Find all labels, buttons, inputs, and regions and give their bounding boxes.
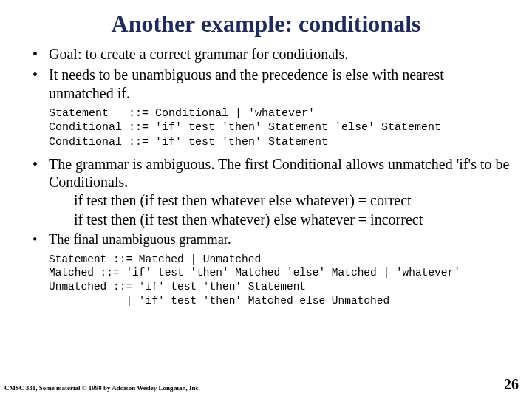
slide-body: Goal: to create a correct grammar for co… (0, 45, 532, 307)
page-number: 26 (504, 376, 519, 393)
footer-credit: CMSC 331, Some material © 1998 by Addiso… (4, 384, 200, 392)
bullet-goal: Goal: to create a correct grammar for co… (33, 45, 510, 63)
code-block-ambiguous: Statement ::= Conditional | 'whatever' C… (49, 106, 510, 149)
bullet-final: The final unambiguous grammar. (33, 231, 510, 248)
bullet-ambiguous-text: The grammar is ambiguous. The first Cond… (49, 156, 509, 190)
slide: Another example: conditionals Goal: to c… (0, 0, 532, 399)
page-title: Another example: conditionals (0, 0, 532, 45)
bullet-ambiguous: The grammar is ambiguous. The first Cond… (33, 155, 510, 229)
bullet-unambiguous: It needs to be unambiguous and the prece… (33, 66, 510, 102)
example-correct: if test then (if test then whatever else… (49, 191, 510, 209)
code-block-final: Statement ::= Matched | Unmatched Matche… (49, 253, 510, 307)
example-incorrect: if test then (if test then whatever) els… (49, 211, 510, 228)
